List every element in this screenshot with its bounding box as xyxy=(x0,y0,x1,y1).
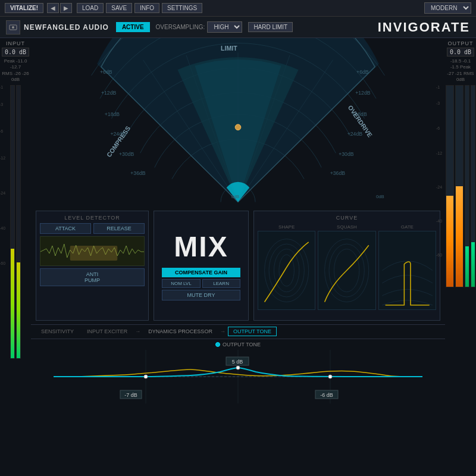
mix-row: NOM LVL LEARN xyxy=(162,279,240,288)
shape-display xyxy=(258,231,315,310)
out-scale-neg6: -6 xyxy=(436,126,442,130)
settings-button[interactable]: SETTINGS xyxy=(162,3,202,13)
main-area: INPUT 0.0 dB Peak -11.0 -12.7 RMS -26 -2… xyxy=(0,38,476,407)
header: NEWFANGLED AUDIO ACTIVE OVERSAMPLING: HI… xyxy=(0,17,476,38)
scale-neg24: -24 xyxy=(0,191,5,195)
svg-point-47 xyxy=(236,366,240,369)
shape-panel: SHAPE xyxy=(258,223,315,310)
save-button[interactable]: SAVE xyxy=(106,3,132,13)
svg-text:+12dB: +12dB xyxy=(101,90,117,96)
svg-text:LIMIT: LIMIT xyxy=(221,45,237,52)
prev-button[interactable]: ◀ xyxy=(47,3,59,13)
shape-label: SHAPE xyxy=(258,223,315,231)
output-zero: 0dB xyxy=(446,77,475,83)
svg-text:-7 dB: -7 dB xyxy=(124,392,137,398)
compensate-gain-button[interactable]: COMPENSATE GAIN xyxy=(162,268,240,277)
gate-display xyxy=(378,231,436,310)
input-vu-meter: INPUT 0.0 dB Peak -11.0 -12.7 RMS -26 -2… xyxy=(0,38,31,407)
vitalize-button[interactable]: VITALIZE! xyxy=(5,3,43,13)
fan-section: +36dB +30dB +24dB +18dB +12dB +6dB 0dB +… xyxy=(31,38,445,207)
output-bar-green-left xyxy=(465,85,469,287)
input-bar-left-fill xyxy=(11,249,14,358)
anti-pump-button[interactable]: ANTI PUMP xyxy=(40,268,145,286)
output-tone-dot xyxy=(215,342,220,347)
out-scale-neg1: -1 xyxy=(436,85,442,89)
svg-rect-29 xyxy=(70,246,118,261)
tab-arrow-2: → xyxy=(220,328,226,334)
output-bar-green-right-fill xyxy=(471,242,475,286)
svg-text:+18dB: +18dB xyxy=(105,111,120,117)
svg-point-1 xyxy=(12,26,14,29)
oversampling-select[interactable]: HIGH LOW OFF xyxy=(207,21,242,33)
output-bar-green-right xyxy=(471,85,475,287)
input-zero: 0dB xyxy=(1,77,30,83)
info-button[interactable]: INFO xyxy=(134,3,159,13)
tabs-row: SENSITIVITY INPUT EXCITER → DYNAMICS PRO… xyxy=(31,324,445,340)
level-detector-title: LEVEL DETECTOR xyxy=(40,215,145,221)
gate-panel: GATE xyxy=(378,223,436,310)
svg-point-48 xyxy=(328,375,332,378)
input-bar-left xyxy=(10,85,15,359)
input-rms: RMS -26 -26 xyxy=(1,71,30,77)
out-scale-neg60: -60 xyxy=(436,253,442,257)
input-bar-right xyxy=(16,85,21,359)
preset-select[interactable]: MODERN VINTAGE CLEAN xyxy=(424,2,471,14)
out-scale-neg3: -3 xyxy=(436,101,442,105)
svg-text:+36dB: +36dB xyxy=(330,170,346,176)
output-tone-graph[interactable]: -7 dB 5 dB -6 dB xyxy=(36,350,440,403)
nav-arrows: ◀ ▶ xyxy=(47,3,72,13)
tab-sensitivity[interactable]: SENSITIVITY xyxy=(36,327,79,336)
scale-neg3: -3 xyxy=(0,102,5,107)
plugin-title: INVIGORATE xyxy=(378,20,470,35)
out-scale-neg40: -40 xyxy=(436,219,442,223)
level-detector-waveform xyxy=(40,236,145,266)
mix-panel: MIX COMPENSATE GAIN NOM LVL LEARN MUTE D… xyxy=(154,211,249,320)
tab-output-tone[interactable]: OUTPUT TONE xyxy=(228,327,277,336)
output-tone-label: OUTPUT TONE xyxy=(31,339,445,350)
svg-text:+30dB: +30dB xyxy=(119,151,134,157)
svg-text:+12dB: +12dB xyxy=(355,90,371,96)
output-tone-text: OUTPUT TONE xyxy=(223,342,261,347)
mix-label: MIX xyxy=(174,230,228,263)
tab-dynamics[interactable]: DYNAMICS PROCESSOR xyxy=(143,327,218,336)
release-button[interactable]: RELEASE xyxy=(93,223,145,234)
out-scale-neg24: -24 xyxy=(436,185,442,189)
learn-button[interactable]: LEARN xyxy=(202,279,240,288)
active-button[interactable]: ACTIVE xyxy=(116,22,150,32)
squash-display xyxy=(318,231,375,310)
attack-button[interactable]: ATTACK xyxy=(40,223,91,234)
mute-dry-button[interactable]: MUTE DRY xyxy=(162,290,240,300)
output-bar-right xyxy=(455,85,464,287)
scale-neg60: -60 xyxy=(0,261,5,265)
logo-icon xyxy=(6,20,20,35)
svg-point-46 xyxy=(144,375,148,378)
gate-label: GATE xyxy=(378,223,436,231)
svg-text:+36dB: +36dB xyxy=(130,170,146,176)
curve-inner: SHAPE xyxy=(258,223,436,310)
input-readout[interactable]: 0.0 dB xyxy=(2,48,29,57)
center-content: +36dB +30dB +24dB +18dB +12dB +6dB 0dB +… xyxy=(31,38,445,407)
output-readout[interactable]: 0.0 dB xyxy=(447,48,474,57)
input-label: INPUT xyxy=(6,40,25,46)
svg-text:+6dB: +6dB xyxy=(356,69,369,75)
scale-neg40: -40 xyxy=(0,226,5,230)
svg-text:+24dB: +24dB xyxy=(347,131,363,137)
scale-neg1: -1 xyxy=(0,85,5,89)
scale-neg6: -6 xyxy=(0,129,5,133)
next-button[interactable]: ▶ xyxy=(60,3,72,13)
squash-label: SQUASH xyxy=(318,223,375,231)
oversampling-label: OVERSAMPLING: xyxy=(156,24,205,30)
tab-input-exciter[interactable]: INPUT EXCITER xyxy=(82,327,133,336)
output-bar-right-fill xyxy=(456,186,463,287)
output-bar-left xyxy=(446,85,454,287)
output-peak: -18.5 -0.1 -1.5 Peak xyxy=(446,58,475,71)
curve-panel: CURVE SHAPE xyxy=(253,211,440,320)
output-bar-left-fill xyxy=(446,196,453,286)
nom-lvl-button[interactable]: NOM LVL xyxy=(162,279,200,288)
load-button[interactable]: LOAD xyxy=(77,3,104,13)
level-detector-panel: LEVEL DETECTOR ATTACK RELEASE ANTI PUM xyxy=(36,211,149,320)
input-peak: Peak -11.0 -12.7 xyxy=(1,58,30,71)
hard-limit-button[interactable]: HARD LIMIT xyxy=(248,22,293,32)
fan-svg: +36dB +30dB +24dB +18dB +12dB +6dB 0dB +… xyxy=(31,38,445,207)
svg-text:-6 dB: -6 dB xyxy=(320,392,333,398)
